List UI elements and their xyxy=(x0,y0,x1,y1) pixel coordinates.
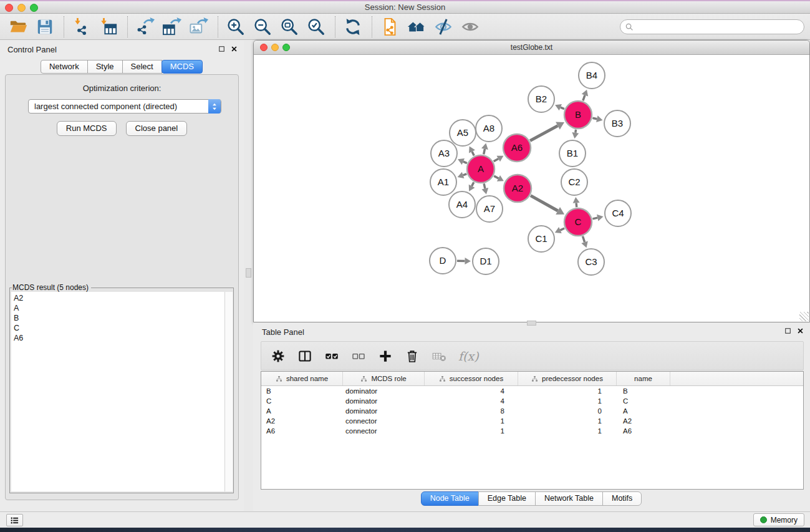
graph-node-A2[interactable]: A2 xyxy=(504,175,531,202)
graph-node-D1[interactable]: D1 xyxy=(473,248,499,274)
edge-A-A2[interactable] xyxy=(494,176,498,178)
hide-graphics-details-button[interactable] xyxy=(433,16,454,37)
mcds-result-item[interactable]: C xyxy=(14,323,224,333)
edge-B-B4[interactable] xyxy=(583,95,585,101)
graph-node-C3[interactable]: C3 xyxy=(578,249,604,275)
graph-node-A5[interactable]: A5 xyxy=(450,120,476,146)
deselect-all-columns-icon[interactable] xyxy=(350,347,367,365)
export-image-button[interactable] xyxy=(188,16,210,37)
run-mcds-button[interactable]: Run MCDS xyxy=(57,121,117,136)
close-panel-button[interactable]: Close panel xyxy=(126,121,188,136)
graph-node-B3[interactable]: B3 xyxy=(604,110,630,137)
graph-node-A4[interactable]: A4 xyxy=(449,191,475,218)
export-network-button[interactable] xyxy=(135,16,156,37)
graph-node-D[interactable]: D xyxy=(430,248,456,274)
minimize-window-button[interactable] xyxy=(17,4,26,12)
graph-node-C[interactable]: C xyxy=(564,208,592,236)
edge-C-C3[interactable] xyxy=(582,236,584,242)
network-zoom-button[interactable] xyxy=(282,44,290,51)
column-header-successor-nodes[interactable]: successor nodes xyxy=(425,372,518,385)
edge-A-A5[interactable] xyxy=(472,152,474,156)
home-button[interactable] xyxy=(406,16,427,37)
graph-node-A6[interactable]: A6 xyxy=(503,134,531,162)
edge-B-B2[interactable] xyxy=(561,107,564,109)
column-view-icon[interactable] xyxy=(296,347,314,365)
graph-node-B2[interactable]: B2 xyxy=(528,86,554,112)
tab-motifs[interactable]: Motifs xyxy=(602,491,642,506)
memory-button[interactable]: Memory xyxy=(753,513,804,526)
add-column-icon[interactable] xyxy=(377,347,394,365)
close-window-button[interactable] xyxy=(5,4,13,12)
tab-network-table[interactable]: Network Table xyxy=(535,491,603,506)
edge-A6-B[interactable] xyxy=(530,126,557,141)
edge-C-C1[interactable] xyxy=(560,228,564,230)
resize-grip[interactable] xyxy=(799,312,809,321)
float-panel-icon[interactable] xyxy=(218,46,225,52)
network-graph-canvas[interactable]: B4B2BB3A8A5A6A3B1AA1C2A2A4A7C4CC1C3DD1 xyxy=(254,55,809,322)
save-session-button[interactable] xyxy=(34,16,55,37)
new-network-from-file-button[interactable] xyxy=(379,16,400,37)
tab-select[interactable]: Select xyxy=(122,60,162,74)
tab-network[interactable]: Network xyxy=(41,60,88,74)
table-row[interactable]: Bdominator41B xyxy=(261,386,803,396)
column-header-predecessor-nodes[interactable]: predecessor nodes xyxy=(518,372,617,385)
show-graphics-details-button[interactable] xyxy=(460,16,481,37)
graph-node-A7[interactable]: A7 xyxy=(476,196,503,222)
table-row[interactable]: A6connector11A6 xyxy=(261,426,803,436)
float-table-panel-icon[interactable] xyxy=(784,327,791,334)
tab-mcds[interactable]: MCDS xyxy=(162,60,203,74)
mcds-result-item[interactable]: B xyxy=(14,313,224,323)
mcds-result-list[interactable]: A2ABCA6 xyxy=(11,292,224,491)
import-table-button[interactable] xyxy=(98,16,119,37)
settings-icon[interactable] xyxy=(269,347,287,365)
mcds-result-item[interactable]: A6 xyxy=(14,333,224,343)
function-builder-icon[interactable]: f(x) xyxy=(458,349,479,363)
zoom-out-button[interactable] xyxy=(252,16,273,37)
edge-C-C2[interactable] xyxy=(576,203,577,207)
mcds-result-scrollbar[interactable] xyxy=(224,292,233,491)
edge-A-A3[interactable] xyxy=(463,162,467,163)
open-file-button[interactable] xyxy=(7,16,29,37)
mcds-result-item[interactable]: A xyxy=(14,303,224,313)
edge-A-A1[interactable] xyxy=(463,174,467,175)
delete-column-icon[interactable] xyxy=(403,347,421,365)
horizontal-divider-handle[interactable] xyxy=(527,321,536,326)
tab-style[interactable]: Style xyxy=(87,60,123,74)
graph-node-B4[interactable]: B4 xyxy=(579,62,605,89)
refresh-button[interactable] xyxy=(342,16,364,37)
zoom-window-button[interactable] xyxy=(30,4,38,12)
zoom-in-button[interactable] xyxy=(225,16,246,37)
table-row[interactable]: A2connector11A2 xyxy=(261,416,803,426)
node-table[interactable]: shared nameMCDS rolesuccessor nodesprede… xyxy=(261,371,804,490)
zoom-selected-button[interactable] xyxy=(306,16,327,37)
tab-node-table[interactable]: Node Table xyxy=(421,491,479,506)
graph-node-A1[interactable]: A1 xyxy=(430,169,456,195)
edge-A-A4[interactable] xyxy=(472,182,474,186)
network-minimize-button[interactable] xyxy=(271,44,279,51)
destroy-table-icon[interactable] xyxy=(430,347,448,365)
task-history-button[interactable] xyxy=(6,514,23,526)
edge-A-A7[interactable] xyxy=(484,183,485,188)
graph-node-A3[interactable]: A3 xyxy=(431,140,457,167)
graph-node-C4[interactable]: C4 xyxy=(605,200,631,226)
close-panel-icon[interactable] xyxy=(231,46,238,52)
edge-A-A8[interactable] xyxy=(484,149,485,155)
graph-node-B1[interactable]: B1 xyxy=(559,140,586,167)
vertical-divider-handle[interactable] xyxy=(246,268,251,278)
edge-A-A6[interactable] xyxy=(494,158,499,161)
column-header-name[interactable]: name xyxy=(617,372,670,385)
graph-node-C1[interactable]: C1 xyxy=(528,226,554,252)
graph-node-A[interactable]: A xyxy=(467,155,494,183)
graph-node-B[interactable]: B xyxy=(564,101,592,128)
search-box[interactable] xyxy=(620,19,804,34)
graph-node-A8[interactable]: A8 xyxy=(476,115,502,142)
edge-C-C4[interactable] xyxy=(592,218,597,219)
select-all-columns-icon[interactable] xyxy=(323,347,340,365)
tab-edge-table[interactable]: Edge Table xyxy=(478,491,536,506)
network-close-button[interactable] xyxy=(260,44,268,51)
criterion-select[interactable]: largest connected component (directed) xyxy=(28,99,221,114)
edge-B-B3[interactable] xyxy=(592,118,597,119)
edge-B-B1[interactable] xyxy=(576,130,576,133)
column-header-shared-name[interactable]: shared name xyxy=(261,372,343,385)
table-row[interactable]: Cdominator41C xyxy=(261,396,803,406)
